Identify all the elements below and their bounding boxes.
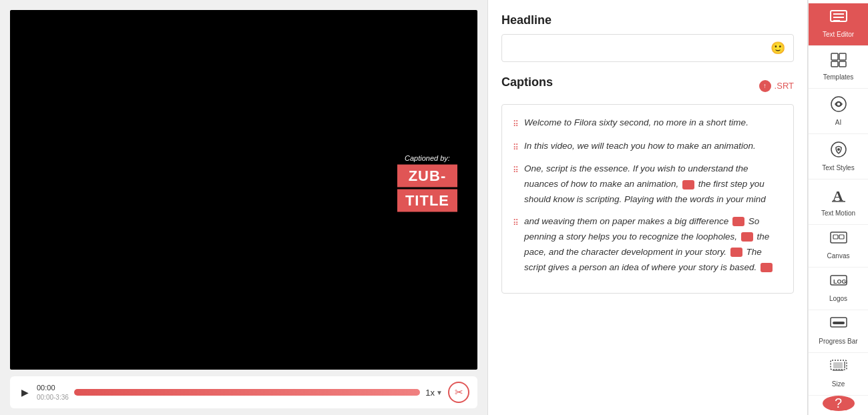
caption-overlay: Captioned by: ZUB- TITLE — [397, 153, 457, 214]
svg-rect-22 — [833, 362, 843, 368]
sidebar-label-templates: Templates — [823, 73, 854, 81]
templates-icon — [831, 53, 847, 71]
svg-point-9 — [837, 102, 841, 106]
drag-handle-4[interactable]: ⠿ — [513, 216, 519, 231]
sidebar-item-logos[interactable]: LOGO Logos — [809, 268, 868, 310]
sidebar-label-logos: Logos — [829, 295, 847, 303]
sidebar-item-progress-bar[interactable]: Progress Bar — [809, 310, 868, 353]
caption-text-3[interactable]: One, script is the essence. If you wish … — [524, 161, 783, 208]
sidebar-label-size: Size — [832, 380, 845, 388]
canvas-icon — [830, 232, 847, 250]
caption-text-1[interactable]: Welcome to Filora sixty second, no more … — [524, 115, 783, 131]
left-panel: Captioned by: ZUB- TITLE ▶ 00:00 00:00-3… — [0, 0, 487, 415]
drag-handle-1[interactable]: ⠿ — [513, 117, 519, 132]
logos-icon: LOGO — [830, 274, 847, 292]
sidebar-label-canvas: Canvas — [827, 252, 850, 260]
srt-upload-button[interactable]: ↑ .SRT — [759, 80, 794, 92]
caption-line-4: ⠿ and weaving them on paper makes a big … — [513, 214, 783, 276]
progress-track[interactable] — [74, 389, 421, 396]
svg-rect-15 — [833, 235, 838, 239]
caption-line-3: ⠿ One, script is the essence. If you wis… — [513, 161, 783, 208]
sidebar-item-size[interactable]: Size — [809, 353, 868, 396]
caption-line-1: ⠿ Welcome to Filora sixty second, no mor… — [513, 115, 783, 132]
svg-rect-5 — [839, 53, 846, 60]
headline-section-title: Headline — [501, 13, 794, 27]
time-display: 00:00 00:00-3:36 — [37, 383, 69, 401]
editor-scroll-area[interactable]: Headline 🙂 Captions ↑ .SRT ⠿ Welcome to … — [488, 0, 807, 415]
caption-title-line1: ZUB- — [397, 164, 457, 187]
timeline-bar: ▶ 00:00 00:00-3:36 1x ▼ ✂ — [10, 376, 477, 408]
speed-value: 1x — [425, 388, 435, 398]
speed-selector[interactable]: 1x ▼ — [425, 388, 443, 398]
svg-point-8 — [831, 97, 846, 111]
headline-input[interactable]: 🙂 — [501, 34, 794, 62]
sidebar-item-text-styles[interactable]: Text Styles — [809, 134, 868, 179]
sidebar-item-canvas[interactable]: Canvas — [809, 225, 868, 268]
caption-text-2[interactable]: In this video, we will teach you how to … — [524, 139, 783, 154]
emoji-icon[interactable]: 🙂 — [771, 41, 785, 55]
play-button[interactable]: ▶ — [18, 387, 31, 398]
sidebar-item-templates[interactable]: Templates — [809, 46, 868, 89]
sidebar-label-text-styles: Text Styles — [822, 164, 854, 172]
progress-bar-icon — [830, 317, 847, 335]
video-preview: Captioned by: ZUB- TITLE — [10, 10, 477, 370]
captions-box[interactable]: ⠿ Welcome to Filora sixty second, no mor… — [501, 104, 794, 294]
captions-section-title: Captions — [501, 75, 553, 89]
scissors-button[interactable]: ✂ — [448, 382, 469, 403]
svg-rect-20 — [833, 322, 845, 324]
upgrade-button[interactable]: ? — [823, 396, 855, 411]
svg-point-11 — [837, 148, 840, 151]
sidebar-item-text-motion[interactable]: A Text Motion — [809, 179, 868, 225]
sidebar-item-ai[interactable]: AI — [809, 89, 868, 134]
sidebar-label-text-motion: Text Motion — [821, 210, 855, 218]
size-icon — [830, 360, 847, 378]
ai-icon — [830, 95, 847, 116]
svg-text:LOGO: LOGO — [833, 278, 847, 285]
middle-panel: Headline 🙂 Captions ↑ .SRT ⠿ Welcome to … — [487, 0, 808, 415]
drag-handle-3[interactable]: ⠿ — [513, 163, 519, 178]
sidebar-item-text-editor[interactable]: Text Editor — [809, 3, 868, 46]
caption-line-2: ⠿ In this video, we will teach you how t… — [513, 139, 783, 155]
right-sidebar: Text Editor Templates AI — [808, 0, 868, 415]
text-editor-icon — [830, 10, 847, 28]
drag-handle-2[interactable]: ⠿ — [513, 141, 519, 155]
speed-arrow-icon: ▼ — [436, 389, 443, 396]
text-motion-icon: A — [830, 186, 847, 207]
text-styles-icon — [830, 141, 847, 161]
svg-rect-6 — [831, 61, 838, 67]
caption-text-4[interactable]: and weaving them on paper makes a big di… — [524, 214, 783, 276]
svg-rect-4 — [831, 53, 838, 60]
captions-header: Captions ↑ .SRT — [501, 75, 794, 96]
svg-rect-7 — [839, 61, 846, 67]
sidebar-label-progress-bar: Progress Bar — [819, 338, 857, 346]
caption-by-text: Captioned by: — [397, 153, 457, 161]
svg-rect-16 — [839, 235, 844, 239]
sidebar-label-text-editor: Text Editor — [823, 31, 854, 39]
upload-icon: ↑ — [759, 80, 771, 92]
sidebar-label-ai: AI — [835, 119, 841, 127]
svg-rect-0 — [831, 11, 847, 21]
caption-title-line2: TITLE — [397, 189, 457, 212]
srt-label: .SRT — [775, 81, 794, 91]
